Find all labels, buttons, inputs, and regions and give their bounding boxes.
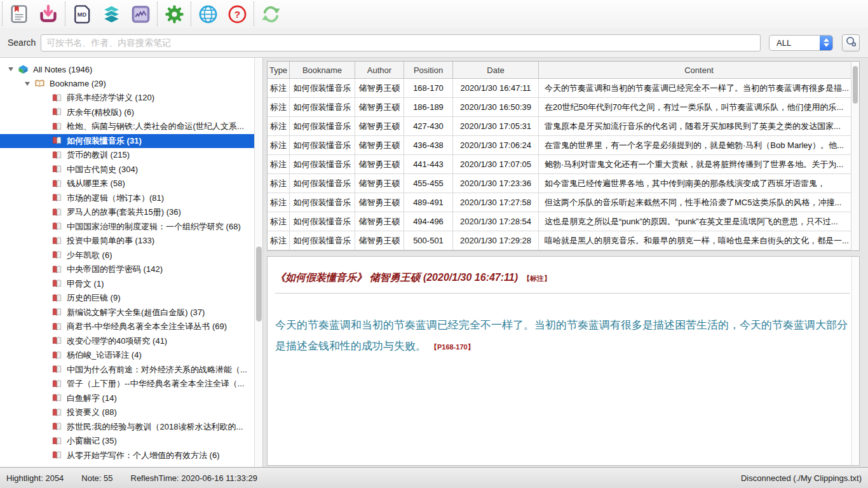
table-row[interactable]: 标注如何假装懂音乐储智勇王硕441-4432020/1/30 17:07:05鲍… xyxy=(268,155,859,174)
sidebar-item[interactable]: 商君书-中华经典名著全本全注全译丛书 (69) xyxy=(0,320,254,334)
book-icon xyxy=(51,308,62,317)
sidebar-scrollbar-thumb[interactable] xyxy=(256,247,262,322)
table-row[interactable]: 标注如何假装懂音乐储智勇王硕494-4962020/1/30 17:28:54这… xyxy=(268,212,859,231)
cell-author: 储智勇王硕 xyxy=(355,79,404,97)
sidebar-item-label: 管子（上下册）--中华经典名著全本全注全译（... xyxy=(67,378,245,390)
sidebar-item[interactable]: 市场的逻辑（增订本）(81) xyxy=(0,191,254,206)
column-header-date[interactable]: Date xyxy=(453,62,539,78)
sidebar-item[interactable]: 杨伯峻_论语译注 (4) xyxy=(0,348,254,363)
toolbar-separator xyxy=(157,2,158,26)
filter-select[interactable]: ALL xyxy=(769,35,833,51)
markdown-export-button[interactable]: MD xyxy=(70,2,94,26)
sidebar-item[interactable]: 中国为什么有前途：对外经济关系的战略潜能（... xyxy=(0,363,254,377)
sidebar-item[interactable]: 枪炮、病菌与钢铁:人类社会的命运(世纪人文系... xyxy=(0,119,254,134)
sidebar-scrollbar[interactable] xyxy=(254,58,263,467)
toolbar-separator xyxy=(2,2,3,26)
cell-content: 嘻哈就是黑人的朋克音乐。和最早的朋克一样，嘻哈也是来自街头的文化，都是一... xyxy=(539,231,859,250)
sidebar-item[interactable]: 薛兆丰经济学讲义 (120) xyxy=(0,91,254,105)
cell-type: 标注 xyxy=(268,155,290,173)
sidebar-item-label: 市场的逻辑（增订本）(81) xyxy=(67,193,164,204)
disclosure-triangle-icon[interactable] xyxy=(8,67,13,71)
sidebar-item[interactable]: 钱从哪里来 (58) xyxy=(0,177,254,191)
sidebar-item[interactable]: 中国国家治理的制度逻辑：一个组织学研究 (68) xyxy=(0,220,254,234)
search-input[interactable] xyxy=(41,34,761,51)
sidebar-item[interactable]: 从零开始学写作：个人增值的有效方法 (6) xyxy=(0,449,254,463)
column-header-type[interactable]: Type xyxy=(268,62,290,78)
help-button[interactable]: ? xyxy=(225,2,249,26)
layers-export-icon xyxy=(102,4,121,24)
column-header-position[interactable]: Position xyxy=(404,62,453,78)
cell-content: 在雷鬼的世界里，有一个名字是必须提到的，就是鲍勃·马利（Bob Marley）。… xyxy=(539,136,859,154)
cell-type: 标注 xyxy=(268,79,290,97)
layers-export-button[interactable] xyxy=(99,2,123,26)
cell-content: 今天的节奏蓝调和当初的节奏蓝调已经完全不一样了。当初的节奏蓝调有很多是描... xyxy=(539,79,859,97)
svg-text:?: ? xyxy=(234,9,240,20)
sidebar-item[interactable]: 甲骨文 (1) xyxy=(0,277,254,292)
sidebar-item[interactable]: 中国古代简史 (304) xyxy=(0,163,254,177)
cell-author: 储智勇王硕 xyxy=(355,193,404,212)
sidebar-item[interactable]: 货币的教训 (215) xyxy=(0,148,254,163)
import-button[interactable] xyxy=(36,2,60,26)
detail-title: 《如何假装懂音乐》 储智勇王硕 (2020/1/30 16:47:11) xyxy=(275,272,518,283)
table-row[interactable]: 标注如何假装懂音乐储智勇王硕186-1892020/1/30 16:50:39在… xyxy=(268,98,859,117)
column-header-bookname[interactable]: Bookname xyxy=(290,62,355,78)
search-button[interactable] xyxy=(842,34,860,51)
statistics-icon xyxy=(131,4,151,24)
book-icon xyxy=(51,451,62,460)
table-row[interactable]: 标注如何假装懂音乐储智勇王硕455-4552020/1/30 17:23:36如… xyxy=(268,174,859,193)
table-scrollbar-thumb[interactable] xyxy=(853,66,858,104)
notes-table: TypeBooknameAuthorPositionDateContent 标注… xyxy=(267,61,860,251)
cell-bookname: 如何假装懂音乐 xyxy=(290,155,355,173)
table-row[interactable]: 标注如何假装懂音乐储智勇王硕168-1702020/1/30 16:47:11今… xyxy=(268,79,859,98)
cell-bookname: 如何假装懂音乐 xyxy=(290,117,355,135)
disclosure-triangle-icon[interactable] xyxy=(25,82,30,86)
sidebar-item[interactable]: 新编说文解字大全集(超值白金版) (37) xyxy=(0,306,254,320)
statistics-button[interactable] xyxy=(128,2,153,26)
sidebar-item[interactable]: Bookname (29) xyxy=(0,77,254,92)
sidebar-item[interactable]: 白鱼解字 (14) xyxy=(0,391,254,406)
sidebar-item[interactable]: 如何假装懂音乐 (31) xyxy=(0,134,254,149)
sidebar-item[interactable]: 中央帝国的哲学密码 (142) xyxy=(0,262,254,277)
notes-button[interactable] xyxy=(7,2,31,26)
sidebar-item-label: 货币的教训 (215) xyxy=(67,149,130,161)
cell-author: 储智勇王硕 xyxy=(355,212,404,231)
web-button[interactable] xyxy=(196,2,220,26)
settings-button[interactable] xyxy=(162,2,186,26)
table-row[interactable]: 标注如何假装懂音乐储智勇王硕489-4912020/1/30 17:27:58但… xyxy=(268,193,859,212)
status-note-count: Note: 55 xyxy=(81,473,112,483)
sidebar-item[interactable]: All Notes (1946) xyxy=(0,62,254,77)
sidebar-item[interactable]: 小窗幽记 (35) xyxy=(0,434,254,449)
sidebar-item[interactable]: 改变心理学的40项研究 (41) xyxy=(0,334,254,349)
cell-type: 标注 xyxy=(268,98,290,116)
sidebar-item[interactable]: 苏世民:我的经验与教训（2018读桥水达利欧的... xyxy=(0,420,254,435)
table-row[interactable]: 标注如何假装懂音乐储智勇王硕436-4382020/1/30 17:06:24在… xyxy=(268,136,859,155)
sidebar-item[interactable]: 庆余年(精校版) (6) xyxy=(0,105,254,120)
markdown-export-icon: MD xyxy=(72,4,92,24)
sidebar-item[interactable]: 管子（上下册）--中华经典名著全本全注全译（... xyxy=(0,377,254,391)
sidebar-item-label: 罗马人的故事(套装共15册) (36) xyxy=(67,207,181,218)
sidebar-item[interactable]: 历史的巨镜 (9) xyxy=(0,291,254,306)
table-scrollbar[interactable] xyxy=(851,62,859,250)
sidebar-item-label: 薛兆丰经济学讲义 (120) xyxy=(67,92,154,104)
column-header-author[interactable]: Author xyxy=(355,62,404,78)
cell-bookname: 如何假装懂音乐 xyxy=(290,193,355,212)
book-icon xyxy=(51,151,62,160)
stacked-books-icon xyxy=(18,65,29,74)
book-icon xyxy=(51,322,62,332)
cell-bookname: 如何假装懂音乐 xyxy=(290,231,355,250)
book-icon xyxy=(51,122,62,132)
column-header-content[interactable]: Content xyxy=(539,62,859,78)
table-row[interactable]: 标注如何假装懂音乐储智勇王硕427-4302020/1/30 17:05:31雷… xyxy=(268,117,859,136)
sync-button[interactable] xyxy=(259,2,283,26)
sidebar-item[interactable]: 投资要义 (88) xyxy=(0,405,254,420)
table-header: TypeBooknameAuthorPositionDateContent xyxy=(268,62,859,79)
import-icon xyxy=(38,4,58,24)
sidebar-item[interactable]: 罗马人的故事(套装共15册) (36) xyxy=(0,205,254,220)
cell-content: 但这两个乐队的音乐听起来截然不同，性手枪沿袭了MC5这类乐队的风格，冲撞... xyxy=(539,193,859,212)
table-row[interactable]: 标注如何假装懂音乐储智勇王硕500-5012020/1/30 17:29:28嘻… xyxy=(268,231,859,250)
cell-date: 2020/1/30 17:05:31 xyxy=(453,117,539,135)
sidebar-item-label: 新编说文解字大全集(超值白金版) (37) xyxy=(67,307,205,318)
sidebar-item[interactable]: 投资中最简单的事 (133) xyxy=(0,234,254,248)
detail-scrollbar[interactable] xyxy=(851,257,859,465)
sidebar-item[interactable]: 少年凯歌 (6) xyxy=(0,248,254,263)
